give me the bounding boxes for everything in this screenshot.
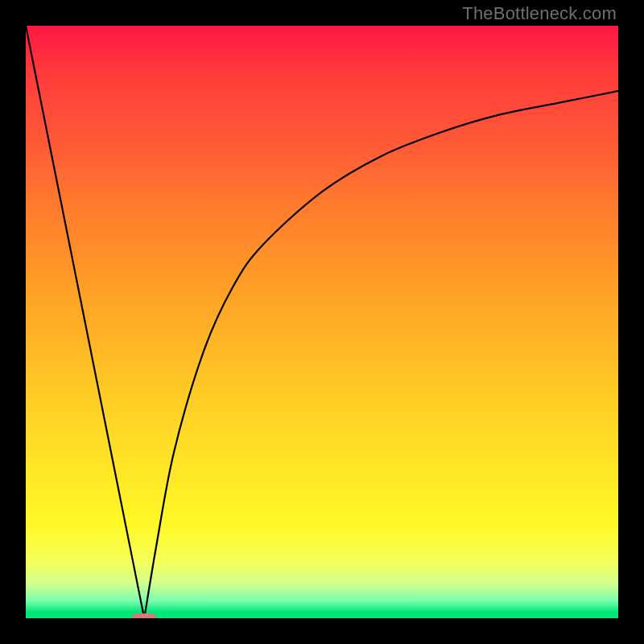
curve-path bbox=[26, 26, 618, 618]
bottleneck-curve bbox=[26, 26, 618, 618]
plot-area bbox=[26, 26, 618, 618]
watermark-text: TheBottleneck.com bbox=[462, 3, 617, 24]
minimum-marker bbox=[132, 613, 156, 618]
chart-frame: TheBottleneck.com bbox=[0, 0, 644, 644]
